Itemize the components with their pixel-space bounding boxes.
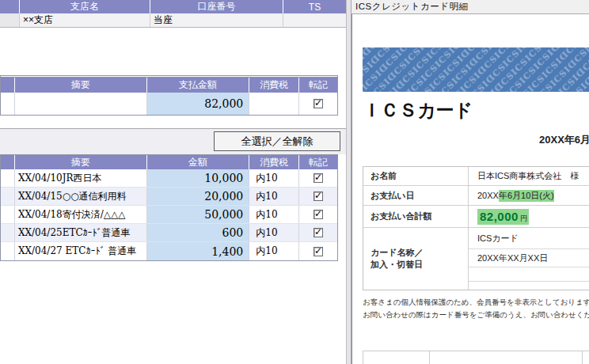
- transaction-row[interactable]: XX/04/10JR西日本 10,000 内10: [1, 169, 337, 188]
- posting-checkbox[interactable]: [314, 173, 323, 183]
- account-grid: 支店名 口座番号 TS ××支店 当座: [0, 0, 346, 28]
- ics-brand-banner: ICSICSICSICS: [363, 47, 589, 92]
- description-cell: XX/04/27 ETCｶｰﾄﾞ 普通車: [15, 242, 147, 260]
- header-description: 摘要: [15, 78, 147, 93]
- header-payment-amount: 支払金額: [147, 78, 250, 93]
- transaction-row[interactable]: XX/04/25ETCｶｰﾄﾞ普通車 600 内10: [1, 224, 337, 242]
- payment-summary-grid: 摘要 支払金額 消費税 転記 82,000: [0, 75, 338, 116]
- total-label: お支払い合計額: [363, 206, 469, 227]
- card-name-cell: ICSカード: [469, 228, 589, 249]
- row-selector[interactable]: [1, 224, 15, 241]
- transaction-row[interactable]: XX/04/27 ETCｶｰﾄﾞ 普通車 1,400 内10: [1, 242, 337, 260]
- row-selector[interactable]: [1, 188, 15, 205]
- window-title: ICSクレジットカード明細: [355, 1, 469, 13]
- posting-cell: [299, 224, 337, 241]
- amount-cell: 20,000: [147, 188, 250, 205]
- transaction-row[interactable]: XX/04/18寄付決済/△△△ 50,000 内10: [1, 206, 337, 224]
- header-selector: [1, 155, 15, 169]
- summary-row[interactable]: 82,000: [1, 93, 337, 115]
- empty-cell: [469, 267, 589, 282]
- panel-splitter[interactable]: [346, 0, 352, 364]
- amount-cell: 600: [147, 224, 250, 241]
- card-info-row: カード名称／ 加入・切替日 ICSカード 20XX年XX月XX日: [363, 228, 589, 290]
- statement-content: ICSICSICSICS ＩＣＳカード 20XX年6月 お名前 日本ICS商事株…: [352, 14, 589, 364]
- tax-cell: 内10: [249, 242, 299, 260]
- accounting-panel: 支店名 口座番号 TS ××支店 当座 摘要 支払金額 消費税 転記: [0, 0, 346, 364]
- tax-cell: 内10: [249, 224, 299, 241]
- total-amount: 82,000円: [477, 209, 529, 225]
- ics-pattern-graphic: ICSICSICSICS: [363, 47, 589, 92]
- header-consumption-tax: 消費税: [249, 78, 299, 93]
- header-selector: [0, 0, 20, 13]
- row-selector[interactable]: [1, 93, 15, 115]
- header-selector: [1, 78, 15, 93]
- tax-cell: 内10: [249, 206, 299, 223]
- posting-checkbox[interactable]: [314, 247, 323, 256]
- card-info-label: カード名称／ 加入・切替日: [363, 228, 469, 290]
- amount-cell: 50,000: [147, 206, 250, 223]
- payment-date-prefix: 20XX: [477, 191, 499, 200]
- account-grid-header: 支店名 口座番号 TS: [0, 0, 346, 13]
- transaction-detail-grid: 摘要 金額 消費税 転記 XX/04/10JR西日本 10,000 内10 XX…: [0, 154, 338, 261]
- partial-table: [363, 351, 589, 364]
- posting-cell: [299, 206, 337, 223]
- header-ts: TS: [283, 0, 346, 13]
- posting-cell: [299, 188, 337, 205]
- screen: 支店名 口座番号 TS ××支店 当座 摘要 支払金額 消費税 転記: [0, 0, 589, 364]
- tax-cell: 内10: [249, 169, 299, 187]
- account-row[interactable]: ××支店 当座: [0, 13, 346, 28]
- summary-description-cell: [15, 93, 147, 115]
- header-description: 摘要: [15, 155, 147, 169]
- select-all-toggle-button[interactable]: 全選択／全解除: [214, 131, 340, 151]
- header-branch-name: 支店名: [20, 0, 150, 13]
- window-titlebar[interactable]: ICSクレジットカード明細: [352, 0, 589, 14]
- description-cell: XX/04/15○○通信利用料: [15, 188, 147, 205]
- payment-date-row: お支払い日 20XX年6月10日(火): [363, 186, 589, 206]
- note-line: お客さまの個人情報保護のため、会員番号を非表示としております。: [363, 296, 589, 309]
- name-row: お名前 日本ICS商事株式会社 様: [363, 167, 589, 186]
- posting-checkbox[interactable]: [314, 228, 323, 237]
- amount-cell: 1,400: [147, 242, 250, 260]
- header-posting: 転記: [299, 155, 337, 169]
- name-label: お名前: [363, 167, 469, 185]
- header-account-number: 口座番号: [150, 0, 283, 13]
- summary-tax-cell: [249, 93, 299, 115]
- row-selector[interactable]: [0, 13, 20, 27]
- join-date-cell: 20XX年XX月XX日: [469, 249, 589, 267]
- detail-grid-header: 摘要 金額 消費税 転記: [1, 155, 337, 169]
- header-amount: 金額: [147, 155, 250, 169]
- card-title: ＩＣＳカード: [363, 98, 473, 123]
- card-info-values: ICSカード 20XX年XX月XX日: [469, 228, 589, 290]
- transaction-row[interactable]: XX/04/15○○通信利用料 20,000 内10: [1, 188, 337, 206]
- posting-checkbox[interactable]: [314, 99, 323, 108]
- payment-date-label: お支払い日: [363, 186, 469, 205]
- credit-card-statement-window: ICSクレジットカード明細 ICSICSICSICS ＩＣＳカード 20XX年6…: [352, 0, 589, 364]
- note-line: お問い合わせの際はカード番号をご準備のうえ、お問い合わせくださ: [363, 309, 589, 321]
- partial-cell: [363, 351, 430, 364]
- summary-posting-cell: [299, 93, 337, 115]
- payment-date-highlight: 年6月10日(火): [499, 190, 554, 202]
- total-unit: 円: [519, 214, 528, 222]
- name-value: 日本ICS商事株式会社 様: [469, 167, 589, 185]
- header-consumption-tax: 消費税: [249, 155, 299, 169]
- posting-checkbox[interactable]: [314, 210, 323, 219]
- description-cell: XX/04/18寄付決済/△△△: [15, 206, 147, 223]
- posting-cell: [299, 242, 337, 260]
- row-selector[interactable]: [1, 242, 15, 260]
- partial-cell: [430, 351, 583, 364]
- row-selector[interactable]: [1, 206, 15, 223]
- amount-cell: 10,000: [147, 169, 250, 187]
- payment-date-value: 20XX年6月10日(火): [469, 186, 589, 205]
- summary-amount-cell: 82,000: [147, 93, 250, 115]
- description-cell: XX/04/10JR西日本: [15, 169, 147, 187]
- total-row: お支払い合計額 82,000円: [363, 206, 589, 228]
- posting-checkbox[interactable]: [314, 191, 323, 201]
- row-selector[interactable]: [1, 169, 15, 187]
- ts-cell: [283, 13, 346, 27]
- header-posting: 転記: [299, 78, 337, 93]
- posting-cell: [299, 169, 337, 187]
- statement-date: 20XX年6月: [539, 133, 589, 147]
- summary-grid-header: 摘要 支払金額 消費税 転記: [1, 78, 337, 93]
- partial-cell: [583, 351, 589, 364]
- branch-name-cell: ××支店: [20, 13, 150, 27]
